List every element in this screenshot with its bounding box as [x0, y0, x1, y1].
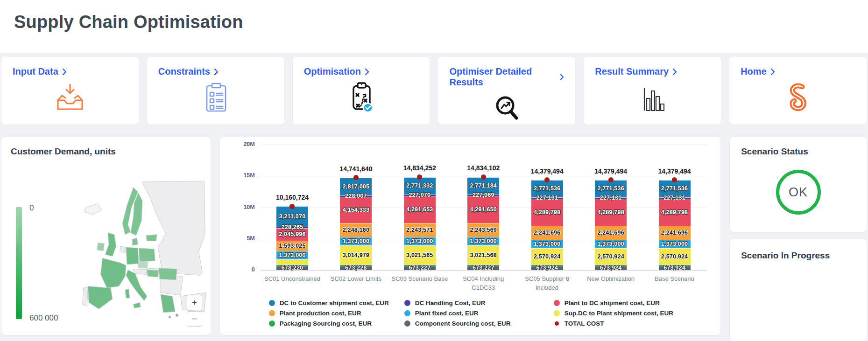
bar-SC01 Unconstrained[interactable]: 678,2201,373,0001,593,0252,045,996228,26…: [276, 206, 308, 270]
segment-value-label: 2,771,536: [534, 185, 560, 192]
bar-segment[interactable]: 1,373,000: [467, 237, 499, 245]
bar-segment[interactable]: 2,241,696: [595, 226, 627, 240]
bar-segment[interactable]: 2,243,569: [467, 223, 499, 237]
segment-value-label: 673,924: [536, 264, 558, 271]
segment-value-label: 1,593,025: [279, 243, 305, 249]
bar-segment[interactable]: 4,291,650: [467, 196, 499, 223]
segment-value-label: 2,241,696: [597, 230, 624, 236]
nav-label-constraints[interactable]: Constraints: [158, 66, 210, 77]
legend-item[interactable]: Component Sourcing cost, EUR: [404, 320, 554, 327]
bar-segment[interactable]: 3,021,568: [467, 245, 499, 264]
legend-item[interactable]: DC to Customer shipment cost, EUR: [269, 299, 404, 306]
legend-item[interactable]: Plant production cost, EUR: [269, 310, 404, 317]
chevron-right-icon: [214, 68, 219, 76]
segment-value-label: 2,570,924: [597, 253, 624, 260]
total-cost-label: 14,834,252: [385, 164, 455, 172]
bar-segment[interactable]: 227,131: [595, 197, 627, 199]
customer-demand-map-panel: Customer Demand, units 0 600 000: [1, 137, 211, 335]
bar-segment[interactable]: 2,243,571: [404, 223, 436, 237]
bar-segment[interactable]: 2,570,924: [659, 248, 691, 264]
legend-label: DC Handling Cost, EUR: [415, 299, 486, 306]
segment-value-label: 4,289,798: [597, 209, 624, 216]
bar-segment[interactable]: 4,289,798: [659, 199, 691, 226]
bar-segment[interactable]: 2,570,924: [531, 248, 563, 264]
total-cost-marker[interactable]: [608, 177, 614, 182]
segment-value-label: 3,211,070: [279, 213, 306, 220]
legend-label: Plant fixed cost, EUR: [415, 310, 479, 317]
nav-label-optimiser-detailed-results[interactable]: Optimiser Detailed Results: [449, 66, 556, 88]
nav-card-constraints[interactable]: Constraints: [147, 57, 284, 125]
nav-label-result-summary[interactable]: Result Summary: [595, 66, 669, 77]
bar-segment[interactable]: 678,220: [276, 266, 308, 270]
nav-label-input-data[interactable]: Input Data: [13, 66, 58, 77]
bar-segment[interactable]: 2,241,696: [531, 226, 563, 240]
legend-item[interactable]: Packaging Sourcing cost, EUR: [269, 320, 404, 327]
segment-value-label: 228,007: [345, 193, 367, 199]
nav-label-optimisation[interactable]: Optimisation: [304, 66, 361, 77]
bar-segment[interactable]: 4,289,798: [595, 199, 627, 226]
bar-segment[interactable]: 673,924: [595, 266, 627, 270]
y-axis-tick: 0: [233, 266, 255, 273]
map-zoom-controls: + −: [187, 295, 202, 327]
bar-segment[interactable]: 3,211,070: [276, 206, 308, 226]
segment-value-label: 3,021,568: [470, 252, 497, 258]
bar-segment[interactable]: 4,291,653: [404, 196, 436, 223]
bar-segment[interactable]: 1,373,000: [404, 237, 436, 245]
nav-card-optimisation[interactable]: Optimisation: [293, 57, 430, 125]
bar-segment[interactable]: 3,021,565: [404, 245, 436, 264]
bar-segment[interactable]: 673,227: [467, 266, 499, 270]
chevron-right-icon: [672, 68, 677, 76]
bar-segment[interactable]: 228,007: [340, 195, 372, 197]
bar-segment[interactable]: 673,924: [659, 266, 691, 270]
segment-value-label: 2,771,184: [470, 182, 497, 189]
total-cost-marker[interactable]: [481, 174, 486, 180]
bar-segment[interactable]: 4,289,798: [531, 199, 563, 226]
bar-segment[interactable]: 4,154,333: [340, 197, 372, 223]
bar-segment[interactable]: [276, 259, 308, 264]
legend-item[interactable]: DC Handling Cost, EUR: [404, 299, 554, 306]
bar-SC05 Supplier 6 included[interactable]: 673,9242,570,9241,373,0002,241,6964,289,…: [531, 180, 563, 270]
bar-segment[interactable]: 1,373,000: [659, 240, 691, 248]
bar-segment[interactable]: 1,373,000: [595, 240, 627, 248]
bar-segment[interactable]: 227,070: [404, 195, 436, 196]
bar-segment[interactable]: 2,241,696: [659, 226, 691, 240]
bar-segment[interactable]: 2,248,160: [340, 223, 372, 237]
total-cost-label: 14,741,640: [321, 165, 391, 173]
bar-segment[interactable]: 228,265: [276, 227, 308, 228]
segment-value-label: 1,373,000: [470, 238, 497, 244]
x-axis-category-label: SC01 Unconstrained: [263, 275, 322, 284]
legend-color-dot: [269, 310, 275, 316]
nav-card-input-data[interactable]: Input Data: [1, 57, 139, 125]
bar-segment[interactable]: 673,228: [340, 266, 372, 270]
bar-SC03 Scenario Base[interactable]: 673,2273,021,5651,373,0002,243,5714,291,…: [404, 177, 436, 270]
nav-card-home[interactable]: Home: [729, 57, 867, 125]
bar-segment[interactable]: 1,373,000: [276, 251, 308, 259]
bar-Base Scenario[interactable]: 673,9242,570,9241,373,0002,241,6964,289,…: [659, 180, 691, 270]
bar-segment[interactable]: 673,924: [531, 266, 563, 270]
legend-color-dot: [404, 310, 410, 316]
nav-card-optimiser-detailed-results[interactable]: Optimiser Detailed Results: [438, 57, 575, 125]
nav-label-home[interactable]: Home: [741, 66, 767, 77]
bar-segment[interactable]: 3,014,979: [340, 245, 372, 264]
bar-segment[interactable]: 1,373,000: [340, 237, 372, 245]
legend-label: Sup.DC to Plant shipment cost, EUR: [565, 310, 673, 317]
bar-segment[interactable]: 1,593,025: [276, 241, 308, 251]
map-zoom-in-button[interactable]: +: [187, 295, 202, 310]
bar-segment[interactable]: 227,131: [659, 197, 691, 199]
europe-choropleth-map[interactable]: [44, 178, 208, 332]
bar-segment[interactable]: 2,570,924: [595, 248, 627, 264]
map-zoom-out-button[interactable]: −: [187, 311, 202, 327]
nav-card-result-summary[interactable]: Result Summary: [584, 57, 721, 125]
legend-item[interactable]: Plant to DC shipment cost, EUR: [554, 299, 703, 306]
bar-segment[interactable]: 227,069: [467, 195, 499, 196]
legend-item[interactable]: Plant fixed cost, EUR: [404, 310, 554, 317]
bar-New Optimization[interactable]: 673,9242,570,9241,373,0002,241,6964,289,…: [595, 180, 627, 270]
bar-SC02 Lower Limits[interactable]: 673,2283,014,9791,373,0002,248,1604,154,…: [340, 178, 372, 270]
bar-SC04 Including C1DC33[interactable]: 673,2273,021,5681,373,0002,243,5694,291,…: [467, 177, 499, 270]
bar-segment[interactable]: 227,131: [531, 197, 563, 199]
legend-item[interactable]: TOTAL COST: [554, 320, 703, 327]
bar-segment[interactable]: 1,373,000: [531, 240, 563, 248]
bar-segment[interactable]: 673,227: [404, 266, 436, 270]
legend-color-dot: [404, 300, 410, 306]
legend-item[interactable]: Sup.DC to Plant shipment cost, EUR: [554, 310, 703, 317]
